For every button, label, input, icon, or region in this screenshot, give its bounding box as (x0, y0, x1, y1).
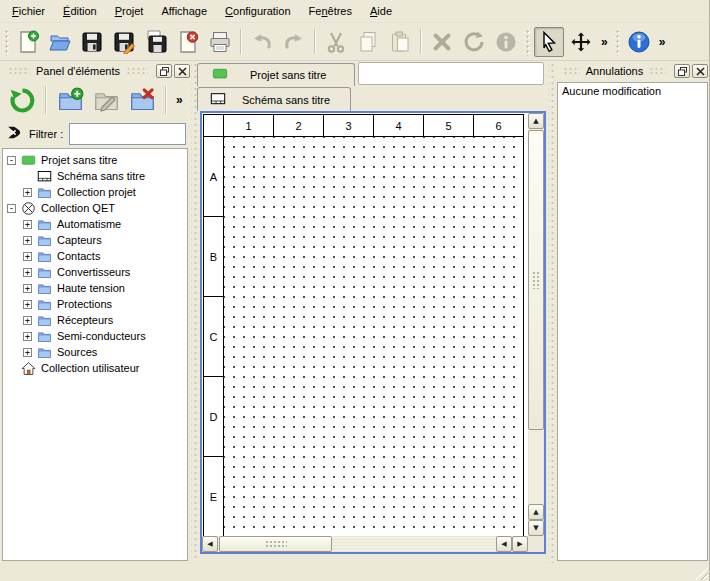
menu-fenetres[interactable]: Fenêtres (300, 1, 361, 21)
expand-icon[interactable]: + (23, 348, 32, 357)
expand-icon[interactable]: + (23, 252, 32, 261)
expand-icon[interactable]: + (23, 220, 32, 229)
expand-icon[interactable]: + (23, 284, 32, 293)
print-icon (208, 30, 232, 54)
main-toolbar: »» (0, 23, 710, 61)
float-panel-button[interactable] (674, 64, 690, 78)
new-category-button[interactable] (53, 83, 87, 117)
collapse-icon[interactable]: - (7, 156, 16, 165)
tree-item-semi-conducteurs[interactable]: +Semi-conducteurs (3, 328, 187, 344)
move-mode-button[interactable] (566, 27, 596, 57)
expand-icon[interactable]: + (23, 268, 32, 277)
tree-item-convertisseurs[interactable]: +Convertisseurs (3, 264, 187, 280)
schema-icon (210, 91, 226, 109)
expand-icon[interactable]: + (23, 236, 32, 245)
toolbar-drag-handle[interactable] (524, 28, 531, 56)
delete-button[interactable] (427, 27, 457, 57)
close-panel-button[interactable] (692, 64, 708, 78)
menu-configuration[interactable]: Configuration (216, 1, 299, 21)
menu-projet[interactable]: Projet (106, 1, 153, 21)
save-all-button[interactable] (141, 27, 171, 57)
redo-button[interactable] (279, 27, 309, 57)
tree-item-projet-sans-titre[interactable]: -Projet sans titre (3, 152, 187, 168)
tree-item-label: Collection utilisateur (41, 362, 139, 374)
folder-new-icon (57, 87, 84, 114)
vertical-scrollbar[interactable]: ▲▲▼ (528, 113, 544, 536)
select-mode-button[interactable] (534, 27, 564, 57)
collapse-icon[interactable]: - (7, 204, 16, 213)
cut-button[interactable] (321, 27, 351, 57)
tree-item-haute-tension[interactable]: +Haute tension (3, 280, 187, 296)
expand-icon[interactable]: + (23, 316, 32, 325)
folder-icon (37, 297, 52, 312)
undo-panel-titlebar[interactable]: Annulations (555, 62, 710, 80)
toolbar-drag-handle[interactable] (614, 28, 621, 56)
schema-sheet[interactable]: 123456ABCDE (202, 113, 528, 536)
tree-item-collection-qet[interactable]: -Collection QET (3, 200, 187, 216)
toolbar-drag-handle[interactable] (3, 28, 10, 56)
print-button[interactable] (205, 27, 235, 57)
scroll-up-button[interactable]: ▲ (528, 113, 544, 129)
menu-fichier[interactable]: Fichier (3, 1, 54, 21)
undo-button[interactable] (247, 27, 277, 57)
tree-item-protections[interactable]: +Protections (3, 296, 187, 312)
about-qet-button[interactable] (624, 27, 654, 57)
left-splitter-handle[interactable] (191, 62, 197, 562)
copy-button[interactable] (353, 27, 383, 57)
menu-affichage[interactable]: Affichage (152, 1, 216, 21)
schema-view: 123456ABCDE ▲▲▼ ◀◀▶ (200, 111, 546, 554)
paste-button[interactable] (385, 27, 415, 57)
diagram-canvas[interactable] (223, 136, 524, 536)
new-document-button[interactable] (13, 27, 43, 57)
elements-panel-titlebar[interactable]: Panel d'éléments (0, 62, 192, 80)
tree-item-label: Convertisseurs (57, 266, 130, 278)
tree-item-label: Schéma sans titre (57, 170, 145, 182)
save-button[interactable] (77, 27, 107, 57)
tree-item-collection-projet[interactable]: +Collection projet (3, 184, 187, 200)
tree-item-contacts[interactable]: +Contacts (3, 248, 187, 264)
undo-history-item[interactable]: Aucune modification (558, 83, 707, 99)
right-splitter-handle[interactable] (548, 62, 554, 563)
tree-item-sources[interactable]: +Sources (3, 344, 187, 360)
scroll-left-button-2[interactable]: ◀ (496, 536, 512, 552)
expand-icon[interactable]: + (23, 332, 32, 341)
float-panel-button[interactable] (156, 64, 172, 78)
close-panel-button[interactable] (174, 64, 190, 78)
menu-aide[interactable]: Aide (361, 1, 401, 21)
tree-item-schema-sans-titre[interactable]: Schéma sans titre (3, 168, 187, 184)
tree-item-capteurs[interactable]: +Capteurs (3, 232, 187, 248)
folder-icon (37, 281, 52, 296)
delete-category-button[interactable] (125, 83, 159, 117)
undo-panel-title: Annulations (586, 65, 644, 77)
save-as-button[interactable] (109, 27, 139, 57)
tree-item-automatisme[interactable]: +Automatisme (3, 216, 187, 232)
expand-icon[interactable]: + (23, 188, 32, 197)
reload-collections-button[interactable] (5, 83, 39, 117)
expand-icon[interactable]: + (23, 300, 32, 309)
scroll-left-button[interactable]: ◀ (202, 536, 218, 552)
tree-item-collection-utilisateur[interactable]: Collection utilisateur (3, 360, 187, 376)
element-info-button[interactable] (491, 27, 521, 57)
vertical-scroll-thumb[interactable] (528, 130, 544, 430)
folder-icon (37, 265, 52, 280)
edit-category-button[interactable] (89, 83, 123, 117)
undo-history-list: Aucune modification (557, 82, 708, 561)
clear-filter-icon[interactable] (6, 124, 23, 143)
tree-item-recepteurs[interactable]: +Récepteurs (3, 312, 187, 328)
scroll-right-button[interactable]: ▶ (512, 536, 528, 552)
tab-schema-sans-titre[interactable]: Schéma sans titre (197, 87, 351, 111)
toolbar-overflow-button[interactable]: » (655, 35, 670, 49)
scroll-up-button-2[interactable]: ▲ (528, 504, 544, 520)
filter-input[interactable] (69, 123, 186, 145)
close-document-button[interactable] (173, 27, 203, 57)
menu-edition[interactable]: Édition (54, 1, 106, 21)
scroll-down-button[interactable]: ▼ (528, 520, 544, 536)
horizontal-scroll-thumb[interactable] (219, 536, 332, 552)
resize-grip[interactable] (695, 567, 708, 580)
tab-projet-sans-titre[interactable]: Projet sans titre (197, 63, 355, 86)
open-project-button[interactable] (45, 27, 75, 57)
toolbar-overflow-button[interactable]: » (172, 93, 187, 107)
rotate-button[interactable] (459, 27, 489, 57)
toolbar-overflow-button[interactable]: » (597, 35, 612, 49)
horizontal-scrollbar[interactable]: ◀◀▶ (202, 536, 528, 552)
